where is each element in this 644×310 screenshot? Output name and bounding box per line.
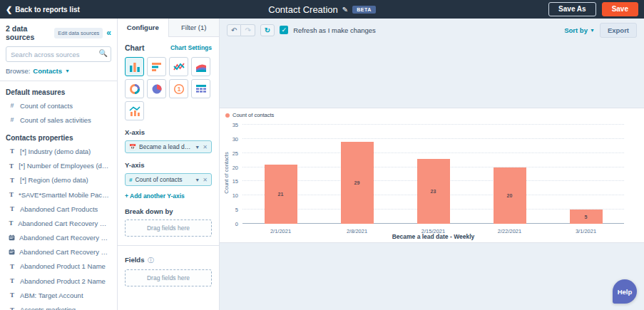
measure-item[interactable]: #Count of sales activities bbox=[0, 113, 117, 127]
browse-label: Browse: bbox=[6, 67, 30, 75]
property-item[interactable]: TABM: Target Account bbox=[0, 288, 117, 302]
export-button[interactable]: Export bbox=[600, 23, 637, 38]
calendar-icon: 📅 bbox=[129, 144, 136, 150]
chart-preview-card: Count of contacts Count of contacts 0510… bbox=[220, 108, 644, 243]
property-item[interactable]: TAbandoned Product 1 Name bbox=[0, 259, 117, 274]
y-tick-label: 25 bbox=[232, 150, 238, 156]
pie-chart-type-button[interactable] bbox=[147, 79, 166, 98]
x-axis-field-pill[interactable]: 📅 Became a lead date - Weekly ▼ ✕ bbox=[125, 140, 212, 153]
chart-settings-link[interactable]: Chart Settings bbox=[170, 44, 212, 51]
bar-value-label: 23 bbox=[431, 189, 436, 194]
horizontal-bar-chart-icon bbox=[150, 61, 163, 73]
fields-drop-zone[interactable]: Drag fields here bbox=[125, 269, 212, 286]
combo-chart-type-button[interactable] bbox=[125, 101, 144, 120]
collapse-sidebar-icon[interactable]: « bbox=[106, 28, 111, 38]
edit-title-pencil-icon[interactable]: ✎ bbox=[342, 6, 348, 14]
search-icon[interactable]: 🔍 bbox=[99, 49, 108, 57]
y-tick-label: 15 bbox=[232, 178, 238, 185]
tab-configure[interactable]: Configure bbox=[118, 19, 168, 37]
chart-section-heading: Chart bbox=[125, 43, 170, 52]
property-item[interactable]: Abandoned Cart Recovery Workflow Con... bbox=[0, 231, 117, 245]
back-to-reports-link[interactable]: ❮ Back to reports list bbox=[6, 5, 80, 14]
chart-type-grid: 1 bbox=[125, 57, 212, 120]
property-item[interactable]: T[*] Industry (demo data) bbox=[0, 144, 117, 158]
date-type-icon bbox=[9, 249, 15, 255]
add-another-y-axis-link[interactable]: + Add another Y-axis bbox=[125, 192, 212, 200]
remove-field-icon[interactable]: ✕ bbox=[203, 177, 208, 183]
horizontal-bar-chart-type-button[interactable] bbox=[147, 57, 166, 76]
text-type-icon: T bbox=[9, 291, 16, 299]
chevron-down-icon[interactable]: ▼ bbox=[195, 145, 200, 150]
property-item[interactable]: T[*] Region (demo data) bbox=[0, 173, 117, 187]
line-chart-type-button[interactable] bbox=[169, 57, 188, 76]
bar-value-label: 20 bbox=[507, 193, 513, 198]
remove-field-icon[interactable]: ✕ bbox=[203, 144, 208, 150]
info-icon: ⓘ bbox=[148, 257, 154, 264]
chevron-down-icon[interactable]: ▼ bbox=[195, 177, 200, 182]
chevron-left-icon: ❮ bbox=[6, 5, 12, 14]
search-sources-input[interactable] bbox=[6, 46, 111, 62]
property-item[interactable]: T*SAVE*Smarttel Mobile Package Type bbox=[0, 187, 117, 202]
text-type-icon: T bbox=[9, 205, 16, 212]
field-label: Accepts marketing bbox=[20, 306, 76, 310]
column-chart-icon bbox=[128, 61, 141, 73]
table-type-button[interactable] bbox=[191, 79, 210, 98]
break-down-by-label: Break down by bbox=[125, 207, 212, 215]
pie-chart-icon bbox=[150, 83, 163, 95]
text-type-icon: T bbox=[9, 177, 16, 184]
configure-panel: Configure Filter (1) Chart Chart Setting… bbox=[118, 19, 220, 310]
field-label: Abandoned Cart Recovery Workflow Start..… bbox=[19, 248, 111, 256]
property-item[interactable]: Abandoned Cart Recovery Workflow Start..… bbox=[0, 245, 117, 259]
text-type-icon: T bbox=[9, 191, 14, 198]
property-item[interactable]: TAbandoned Product 2 Name bbox=[0, 274, 117, 288]
y-axis-field-pill[interactable]: # Count of contacts ▼ ✕ bbox=[125, 173, 212, 186]
edit-data-sources-button[interactable]: Edit data sources bbox=[54, 28, 103, 38]
field-label: Count of contacts bbox=[20, 102, 73, 110]
kpi-type-button[interactable]: 1 bbox=[169, 79, 188, 98]
y-tick-label: 30 bbox=[232, 135, 238, 142]
sidebar-section-heading: Contacts properties bbox=[6, 134, 111, 142]
save-as-button[interactable]: Save As bbox=[548, 2, 596, 16]
refresh-button[interactable]: ↻ bbox=[260, 24, 275, 36]
x-axis-field-name: Became a lead date - Weekly bbox=[139, 143, 192, 150]
column-chart-type-button[interactable] bbox=[125, 57, 144, 76]
measure-item[interactable]: #Count of contacts bbox=[0, 98, 117, 113]
sort-by-dropdown[interactable]: Sort by ▼ bbox=[564, 26, 595, 34]
property-item[interactable]: T[*] Number of Employees (demo data) bbox=[0, 159, 117, 173]
break-down-drop-zone[interactable]: Drag fields here bbox=[125, 219, 212, 237]
gridline: 25 bbox=[242, 153, 624, 153]
save-button[interactable]: Save bbox=[602, 2, 638, 16]
donut-chart-type-button[interactable] bbox=[125, 79, 144, 98]
property-item[interactable]: TAccepts marketing bbox=[0, 302, 117, 310]
number-type-icon: # bbox=[9, 116, 16, 123]
x-axis-title: Became a lead date - Weekly bbox=[242, 233, 624, 240]
x-axis-label: X-axis bbox=[125, 128, 212, 136]
table-icon bbox=[195, 83, 208, 95]
refresh-checkbox[interactable]: ✓ bbox=[280, 26, 288, 34]
report-canvas: ↶ ↷ ↻ ✓ Refresh as I make changes Sort b… bbox=[220, 19, 644, 310]
top-navigation-bar: ❮ Back to reports list Contact Creation … bbox=[0, 0, 644, 19]
text-type-icon: T bbox=[9, 219, 14, 227]
y-tick-label: 35 bbox=[232, 122, 238, 128]
fields-label: Fields bbox=[125, 256, 144, 264]
y-axis-title: Count of contacts bbox=[223, 148, 230, 198]
y-tick-label: 5 bbox=[235, 207, 238, 213]
property-item[interactable]: TAbandoned Cart Products bbox=[0, 202, 117, 216]
y-axis-label: Y-axis bbox=[125, 161, 212, 169]
text-type-icon: T bbox=[9, 162, 14, 170]
chevron-down-icon: ▼ bbox=[65, 68, 70, 73]
help-button[interactable]: Help bbox=[613, 279, 637, 304]
property-item[interactable]: TAbandoned Cart Recovery Workflow Con... bbox=[0, 216, 117, 230]
field-label: Abandoned Product 1 Name bbox=[20, 262, 106, 270]
area-chart-type-button[interactable] bbox=[191, 57, 210, 76]
undo-button[interactable]: ↶ bbox=[227, 24, 241, 36]
bar: 21 bbox=[265, 165, 297, 224]
chart-legend[interactable]: Count of contacts bbox=[225, 112, 274, 118]
y-tick-label: 0 bbox=[235, 221, 238, 227]
tab-filter[interactable]: Filter (1) bbox=[168, 19, 220, 37]
data-sources-count: 2 data sources bbox=[6, 24, 51, 41]
report-title: Contact Creation bbox=[268, 4, 338, 15]
redo-button[interactable]: ↷ bbox=[241, 24, 255, 36]
browse-source-dropdown[interactable]: Contacts bbox=[33, 67, 62, 75]
bar: 5 bbox=[570, 210, 603, 224]
